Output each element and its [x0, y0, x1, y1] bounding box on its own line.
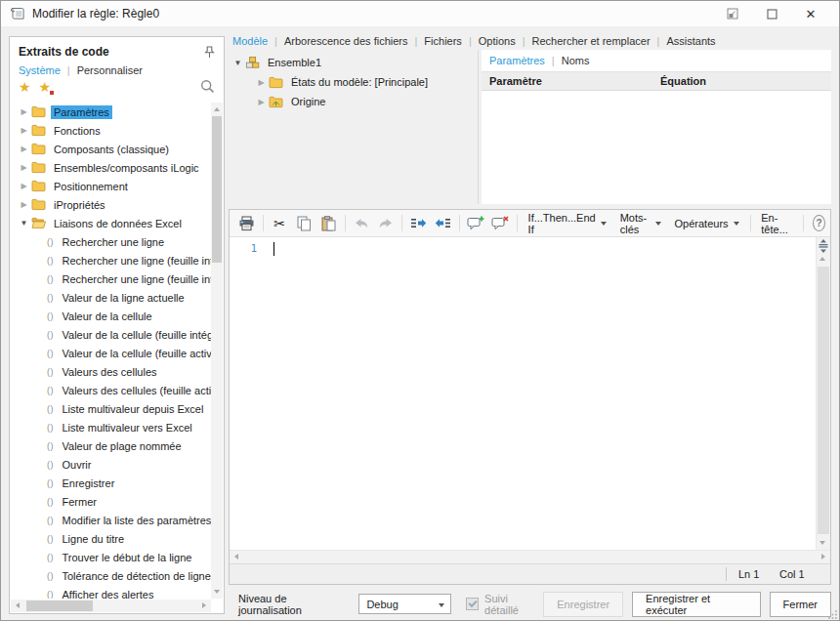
help-icon[interactable]: ?	[813, 215, 825, 231]
tab-personnaliser[interactable]: Personnaliser	[77, 64, 143, 76]
snippet-item-tol-rance-de-d-tection-de-ligne[interactable]: ( )Tolérance de détection de ligne	[11, 566, 211, 585]
snippet-item-valeurs-des-cellules[interactable]: ( )Valeurs des cellules	[11, 362, 211, 381]
save-and-run-button[interactable]: Enregistrer et exécuter	[632, 592, 760, 617]
scroll-left-icon[interactable]	[234, 554, 238, 559]
snippets-horizontal-scrollbar[interactable]	[11, 600, 211, 612]
log-level-select[interactable]: Debug	[358, 594, 451, 614]
tab-options[interactable]: Options	[479, 35, 516, 47]
snippet-item-composants-classique[interactable]: ▶Composants (classique)	[11, 140, 211, 158]
snippet-item-liaisons-de-donn-es-excel[interactable]: ▼Liaisons de données Excel	[11, 214, 211, 232]
print-icon[interactable]	[235, 213, 258, 234]
add-comment-icon[interactable]	[465, 213, 487, 234]
snippets-vertical-scrollbar[interactable]	[211, 103, 223, 599]
edit-favorites-star-icon[interactable]: ★	[39, 80, 52, 94]
scroll-down-icon[interactable]	[819, 541, 825, 545]
resize-grip[interactable]	[828, 609, 838, 619]
snippet-item-valeur-de-la-ligne-actuelle[interactable]: ( )Valeur de la ligne actuelle	[11, 288, 211, 307]
remove-comment-icon[interactable]	[489, 213, 512, 234]
code-content[interactable]	[257, 237, 816, 550]
save-button[interactable]: Enregistrer	[543, 592, 623, 617]
snippet-icon: ( )	[47, 460, 53, 470]
snippet-item-liste-multivaleur-vers-excel[interactable]: ( )Liste multivaleur vers Excel	[11, 418, 211, 436]
scrollbar-thumb[interactable]	[818, 267, 829, 534]
expand-icon[interactable]: ▶	[18, 182, 30, 190]
outdent-icon[interactable]	[432, 213, 454, 234]
tab-param-tres[interactable]: Paramètres	[489, 55, 545, 66]
expand-icon[interactable]: ▶	[18, 107, 30, 116]
scroll-left-icon[interactable]	[16, 602, 20, 608]
indent-icon[interactable]	[407, 213, 430, 234]
tab-fichiers[interactable]: Fichiers	[424, 35, 462, 47]
favorites-star-icon[interactable]: ★	[19, 80, 31, 94]
snippet-item-ensembles-composants-ilogic[interactable]: ▶Ensembles/composants iLogic	[11, 158, 211, 177]
scroll-right-icon[interactable]	[821, 554, 825, 559]
editor-vertical-scrollbar[interactable]	[816, 237, 830, 550]
scrollbar-thumb[interactable]	[212, 116, 222, 263]
cut-icon[interactable]: ✂	[269, 213, 291, 234]
copy-icon[interactable]	[293, 213, 315, 234]
scroll-down-icon[interactable]	[214, 590, 220, 594]
expand-icon[interactable]: ▶	[18, 145, 30, 153]
collapse-icon[interactable]: ▼	[231, 59, 244, 67]
code-area[interactable]: 1	[230, 237, 816, 550]
collapse-icon[interactable]: ▼	[18, 219, 30, 228]
tab-separator: |	[469, 35, 472, 47]
snippet-item-ouvrir[interactable]: ( )Ouvrir	[11, 455, 211, 474]
editor-horizontal-scrollbar[interactable]	[230, 550, 830, 563]
close-button[interactable]: Fermer	[770, 592, 831, 617]
tab-syst-me[interactable]: Système	[19, 64, 61, 76]
snippet-item-valeur-de-plage-nomm-e[interactable]: ( )Valeur de plage nommée	[11, 436, 211, 455]
keywords-dropdown[interactable]: Mots-clés	[613, 213, 668, 234]
search-icon[interactable]	[200, 79, 215, 94]
splitter-grip-icon[interactable]	[819, 239, 828, 253]
snippet-item-ipropri-t-s[interactable]: ▶iPropriétés	[11, 195, 211, 214]
snippet-item-fonctions[interactable]: ▶Fonctions	[11, 121, 211, 140]
scrollbar-thumb[interactable]	[26, 600, 93, 611]
snippet-item-ligne-du-titre[interactable]: ( )Ligne du titre	[11, 529, 211, 548]
snippet-item-positionnement[interactable]: ▶Positionnement	[11, 177, 211, 195]
snippet-item-valeur-de-la-cellule-feuille-active[interactable]: ( )Valeur de la cellule (feuille active)	[11, 344, 211, 362]
snippet-item-fermer[interactable]: ( )Fermer	[11, 492, 211, 511]
snippet-item-trouver-le-d-but-de-la-ligne[interactable]: ( )Trouver le début de la ligne	[11, 548, 211, 566]
model-item-origine[interactable]: ▶Origine	[231, 92, 476, 111]
model-item-ensemble1[interactable]: ▼Ensemble1	[231, 53, 476, 72]
snippet-item-liste-multivaleur-depuis-excel[interactable]: ( )Liste multivaleur depuis Excel	[11, 399, 211, 418]
if-then-dropdown[interactable]: If...Then...End If	[522, 213, 613, 234]
snippet-item-rechercher-une-ligne-feuille-int-gr-e[interactable]: ( )Rechercher une ligne (feuille intégré…	[11, 251, 211, 269]
maximize-icon[interactable]	[752, 2, 791, 25]
snippet-item-valeur-de-la-cellule-feuille-int-gr-e[interactable]: ( )Valeur de la cellule (feuille intégré…	[11, 325, 211, 344]
model-item-tats-du-mod-le-principale[interactable]: ▶États du modèle: [Principale]	[231, 72, 476, 92]
snippet-item-rechercher-une-ligne-feuille-int-gr-e-2[interactable]: ( )Rechercher une ligne (feuille intégré…	[11, 269, 211, 288]
paste-icon[interactable]	[317, 213, 340, 234]
detailed-trace-checkbox[interactable]	[466, 598, 479, 610]
scroll-up-icon[interactable]	[214, 107, 220, 111]
snippet-item-valeurs-des-cellules-feuille-active[interactable]: ( )Valeurs des cellules (feuille active)	[11, 381, 211, 399]
scroll-up-icon[interactable]	[819, 257, 825, 261]
expand-icon[interactable]: ▶	[18, 126, 30, 135]
expand-icon[interactable]: ▶	[18, 163, 30, 172]
tab-arborescence-des-fichiers[interactable]: Arborescence des fichiers	[284, 35, 408, 47]
pin-icon[interactable]	[204, 46, 215, 59]
expand-icon[interactable]: ▶	[255, 98, 268, 106]
redo-icon[interactable]	[374, 213, 397, 234]
column-header-equation[interactable]: Équation	[660, 75, 831, 87]
snippet-item-valeur-de-la-cellule[interactable]: ( )Valeur de la cellule	[11, 307, 211, 325]
tab-rechercher-et-remplacer[interactable]: Rechercher et remplacer	[532, 35, 651, 47]
snippet-item-rechercher-une-ligne[interactable]: ( )Rechercher une ligne	[11, 232, 211, 251]
header-button[interactable]: En-tête...	[754, 213, 799, 234]
snippet-item-modifier-la-liste-des-param-tres-li-s[interactable]: ( )Modifier la liste des paramètres liés	[11, 511, 211, 529]
tab-mod-le[interactable]: Modèle	[232, 35, 268, 47]
tab-noms[interactable]: Noms	[562, 55, 590, 66]
float-window-icon[interactable]	[713, 2, 752, 25]
close-icon[interactable]: ✕	[791, 2, 830, 25]
undo-icon[interactable]	[350, 213, 372, 234]
snippet-item-enregistrer[interactable]: ( )Enregistrer	[11, 474, 211, 492]
expand-icon[interactable]: ▶	[255, 78, 268, 87]
tab-assistants[interactable]: Assistants	[666, 35, 715, 47]
scroll-right-icon[interactable]	[202, 602, 206, 608]
operators-dropdown[interactable]: Opérateurs	[668, 213, 746, 234]
snippet-item-afficher-des-alertes[interactable]: ( )Afficher des alertes	[11, 585, 211, 599]
expand-icon[interactable]: ▶	[18, 200, 30, 209]
snippet-item-param-tres[interactable]: ▶Paramètres	[11, 103, 211, 121]
column-header-parametre[interactable]: Paramètre	[482, 75, 660, 87]
